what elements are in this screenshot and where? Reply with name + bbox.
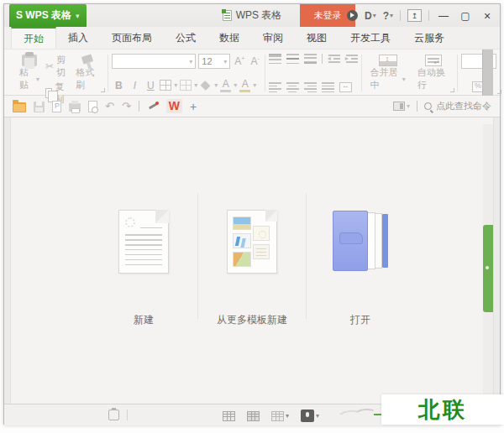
- align-center-icon[interactable]: [286, 82, 299, 92]
- task-pane-button[interactable]: ▾: [393, 102, 410, 111]
- merge-dialog-launcher[interactable]: [450, 88, 454, 92]
- chevron-down-icon: ▾: [194, 81, 197, 89]
- divider: [322, 54, 323, 64]
- search-icon: [424, 102, 432, 110]
- brush-icon: [81, 55, 94, 66]
- site-watermark: 北联: [381, 394, 504, 425]
- start-page: 新建 从更多模板新建: [4, 117, 500, 404]
- normal-view-icon[interactable]: [223, 411, 235, 421]
- bold-button[interactable]: B: [112, 80, 125, 91]
- font-name-combobox[interactable]: ▾: [112, 54, 196, 69]
- print-icon[interactable]: [69, 103, 81, 112]
- open-folder-icon: [331, 211, 390, 273]
- chevron-down-icon: ▾: [214, 81, 218, 89]
- underline-button[interactable]: U: [144, 80, 157, 91]
- ribbon-overflow-strip: [482, 50, 493, 96]
- new-from-template-button[interactable]: 从更多模板新建: [198, 201, 306, 327]
- align-middle-icon[interactable]: [286, 54, 299, 64]
- maximize-button[interactable]: ▢: [458, 10, 473, 22]
- new-tab-icon[interactable]: +: [190, 100, 197, 113]
- tab-developer[interactable]: 开发工具: [339, 27, 402, 49]
- align-left-icon[interactable]: [269, 82, 281, 92]
- tab-formulas[interactable]: 公式: [164, 27, 207, 49]
- help-menu-button[interactable]: ? ▾: [383, 10, 393, 22]
- start-page-items: 新建 从更多模板新建: [11, 201, 493, 327]
- align-bottom-icon[interactable]: [304, 54, 317, 64]
- start-page-panel: 新建 从更多模板新建: [10, 117, 494, 404]
- alignment-dialog-launcher[interactable]: [497, 90, 501, 94]
- highlight-button[interactable]: A: [239, 78, 250, 92]
- export-pdf-icon[interactable]: [52, 101, 61, 112]
- decrease-indent-icon[interactable]: [328, 54, 340, 64]
- font-size-combobox[interactable]: 12 ▾: [198, 54, 230, 69]
- command-search[interactable]: 点此查找命令: [424, 100, 491, 112]
- chevron-down-icon: ▾: [286, 412, 289, 420]
- side-panel-handle[interactable]: [483, 225, 493, 312]
- format-painter-button[interactable]: 格式刷: [72, 53, 102, 93]
- chevron-down-icon: ▾: [76, 12, 80, 20]
- site-watermark-text: 北联: [418, 395, 467, 425]
- chevron-down-icon: ▾: [234, 81, 237, 89]
- chevron-down-icon: ▾: [223, 58, 227, 65]
- titlebar: S WPS 表格 ▾ WPS 表格 未登录 D ▾ ? ▾ ↥ —: [4, 4, 500, 27]
- alignment-group: [265, 53, 361, 93]
- merge-center-button[interactable]: 合并居中▾: [367, 53, 409, 93]
- clipboard-dialog-launcher[interactable]: [101, 88, 105, 92]
- increase-font-button[interactable]: A+: [233, 55, 246, 67]
- new-from-template-label: 从更多模板新建: [217, 313, 287, 327]
- undo-icon[interactable]: ↶: [105, 101, 114, 112]
- docer-menu-button[interactable]: D ▾: [365, 10, 376, 22]
- fill-color-icon[interactable]: [200, 81, 212, 91]
- wps-writer-tab-icon[interactable]: W: [166, 99, 182, 113]
- justify-icon[interactable]: [322, 82, 334, 92]
- tab-home[interactable]: 开始: [11, 27, 56, 49]
- open-file-button[interactable]: 打开: [307, 201, 414, 327]
- customize-toolbar-icon[interactable]: [147, 101, 159, 112]
- page-layout-view-icon[interactable]: [247, 411, 260, 421]
- scissors-icon: ✂: [45, 61, 54, 71]
- open-file-icon[interactable]: [13, 102, 26, 112]
- merge-center-icon: [379, 55, 397, 66]
- borders-icon[interactable]: [160, 80, 171, 91]
- minimize-button[interactable]: —: [436, 10, 451, 22]
- cut-copy-stack: ✂ 剪切 复制: [43, 53, 72, 93]
- print-preview-icon[interactable]: [88, 101, 97, 112]
- decrease-font-button[interactable]: A-: [249, 55, 260, 67]
- tab-page-layout[interactable]: 页面布局: [100, 27, 164, 49]
- wrap-text-button[interactable]: 自动换行: [414, 53, 452, 93]
- zoom-menu-button[interactable]: ▾: [301, 410, 319, 422]
- page-break-view-icon: [271, 411, 284, 421]
- page-break-view-button[interactable]: ▾: [271, 411, 289, 421]
- open-file-label: 打开: [350, 313, 370, 327]
- tab-data[interactable]: 数据: [207, 27, 251, 49]
- text-orientation-icon[interactable]: [339, 82, 352, 92]
- italic-button[interactable]: I: [128, 80, 141, 91]
- chevron-down-icon: ▾: [373, 12, 376, 19]
- quickbar-right: ▾ 点此查找命令: [393, 100, 491, 112]
- align-right-icon[interactable]: [304, 82, 317, 92]
- site-logo-swoosh: [338, 405, 384, 424]
- spreadsheet-doc-icon: [223, 10, 232, 21]
- tab-insert[interactable]: 插入: [56, 27, 100, 49]
- collapse-ribbon-button[interactable]: ↥: [407, 9, 422, 22]
- zoom-menu-icon: [301, 410, 314, 422]
- redo-icon[interactable]: ↷: [122, 101, 131, 112]
- cut-button[interactable]: ✂ 剪切: [43, 53, 72, 80]
- font-color-button[interactable]: A: [220, 78, 231, 92]
- feedback-icon[interactable]: [347, 10, 358, 21]
- paste-button[interactable]: 粘贴▾: [16, 53, 43, 93]
- copy-icon: [45, 88, 52, 98]
- wps-logo-label: S WPS 表格: [16, 8, 71, 23]
- new-workbook-button[interactable]: 新建: [90, 201, 197, 327]
- close-button[interactable]: ×: [480, 9, 495, 23]
- tab-review[interactable]: 审阅: [251, 27, 295, 49]
- font-group: ▾ 12 ▾ A+ A- B I U ▾ ▾ ▾ A ▾: [108, 53, 264, 93]
- draw-border-icon[interactable]: [180, 80, 192, 91]
- increase-indent-icon[interactable]: [345, 54, 358, 64]
- align-top-icon[interactable]: [269, 54, 281, 64]
- tab-view[interactable]: 视图: [295, 27, 339, 49]
- tab-cloud[interactable]: 云服务: [402, 27, 456, 49]
- save-icon[interactable]: [34, 102, 45, 112]
- clipboard-status-icon[interactable]: [108, 410, 119, 420]
- wps-menu-button[interactable]: S WPS 表格 ▾: [9, 4, 87, 27]
